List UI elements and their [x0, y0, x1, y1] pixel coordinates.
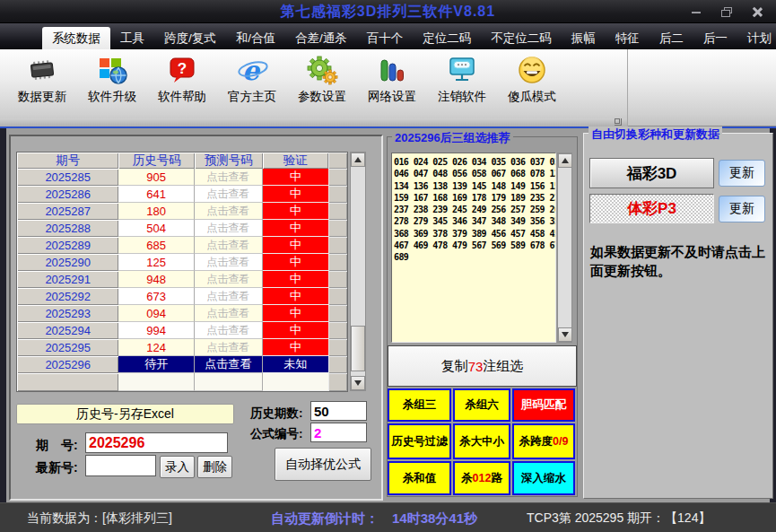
- close-button[interactable]: [751, 5, 763, 18]
- filter-button[interactable]: 深入缩水: [512, 461, 575, 495]
- scroll-down-icon[interactable]: [351, 376, 365, 390]
- ticai-p3-button[interactable]: 体彩P3: [589, 194, 714, 223]
- menu-tab[interactable]: 跨度/复式: [154, 27, 226, 49]
- cell-predict-link[interactable]: 点击查看: [195, 186, 263, 203]
- cell-predict-link[interactable]: 点击查看: [195, 305, 263, 322]
- cell-history-number: 994: [118, 322, 195, 339]
- latest-number-input[interactable]: [85, 455, 156, 476]
- table-row[interactable]: 2025291 948 点击查看 中: [17, 271, 347, 288]
- formula-number-input[interactable]: [310, 423, 367, 442]
- latest-number-label: 最新号:: [36, 460, 78, 476]
- restore-icon: [724, 7, 732, 13]
- official-homepage-button[interactable]: e 官方主页: [217, 53, 287, 116]
- copy-selections-button[interactable]: 复制73注组选: [388, 345, 577, 387]
- cell-period: 2025295: [17, 339, 118, 356]
- numbers-scrollbar[interactable]: [557, 153, 572, 343]
- cell-predict-link[interactable]: [195, 373, 263, 391]
- menu-tab[interactable]: 不定位二码: [481, 27, 562, 49]
- table-row[interactable]: 2025292 673 点击查看 中: [17, 288, 347, 305]
- cell-predict-link[interactable]: 点击查看: [195, 339, 263, 356]
- filter-button[interactable]: 杀跨度0/9: [512, 423, 575, 459]
- update-ticai-button[interactable]: 更新: [719, 196, 765, 222]
- filter-button[interactable]: 杀和值: [388, 461, 451, 495]
- cell-filler: [328, 288, 347, 305]
- minimize-button[interactable]: [690, 5, 702, 18]
- simple-mode-button[interactable]: 傻瓜模式: [497, 53, 567, 116]
- header-predict[interactable]: 预测号码: [195, 153, 263, 169]
- menu-tab[interactable]: 系统数据: [42, 27, 110, 49]
- period-input[interactable]: [85, 432, 228, 453]
- parameter-settings-button[interactable]: 参数设置: [287, 53, 357, 116]
- update-fucai-button[interactable]: 更新: [719, 160, 765, 187]
- menu-tab[interactable]: 特征: [606, 27, 650, 49]
- menu-tab[interactable]: 后一: [693, 27, 737, 49]
- table-row[interactable]: 2025296 待开 点击查看 未知: [17, 356, 347, 373]
- cell-predict-link[interactable]: 点击查看: [195, 220, 263, 237]
- table-row[interactable]: 2025293 094 点击查看 中: [17, 305, 347, 322]
- cell-predict-link[interactable]: 点击查看: [195, 203, 263, 220]
- filter-button[interactable]: 历史号过滤: [388, 423, 451, 459]
- recommend-numbers-box[interactable]: 016 024 025 026 034 035 036 037 038046 0…: [391, 153, 556, 343]
- cell-predict-link[interactable]: 点击查看: [195, 271, 263, 288]
- network-settings-button[interactable]: 网络设置: [357, 53, 427, 116]
- menu-tab[interactable]: 百十个: [357, 27, 414, 49]
- cell-predict-link[interactable]: 点击查看: [195, 322, 263, 339]
- toolbar-expand-icon[interactable]: [615, 118, 622, 126]
- save-excel-button[interactable]: 历史号-另存Excel: [16, 404, 234, 424]
- menu-tab[interactable]: 和/合值: [226, 27, 285, 49]
- menu-tab[interactable]: 定位二码: [413, 27, 481, 49]
- table-row[interactable]: 2025290 125 点击查看 中: [17, 254, 347, 271]
- menu-tab[interactable]: 工具: [110, 27, 154, 49]
- history-table: 期号 历史号码 预测号码 验证 2025285 905 点击查看 中 20252…: [16, 152, 348, 392]
- filter-button[interactable]: 杀012路: [453, 461, 510, 495]
- header-period[interactable]: 期号: [17, 153, 118, 169]
- menu-tab[interactable]: 振幅: [562, 27, 606, 49]
- auto-formula-button[interactable]: 自动择优公式: [275, 448, 371, 481]
- fucai-3d-button[interactable]: 福彩3D: [589, 158, 714, 188]
- cell-filler: [328, 339, 347, 356]
- table-row[interactable]: 2025285 905 点击查看 中: [17, 169, 347, 186]
- table-scrollbar[interactable]: [350, 152, 366, 391]
- titlebar: 第七感福彩3D排列三软件V8.81: [0, 0, 776, 23]
- table-row[interactable]: [17, 373, 347, 391]
- cell-predict-link[interactable]: 点击查看: [195, 169, 263, 186]
- menu-tab[interactable]: 计划: [737, 27, 776, 49]
- cell-predict-link[interactable]: 点击查看: [195, 288, 263, 305]
- history-count-input[interactable]: [310, 401, 367, 421]
- software-upgrade-button[interactable]: 软件升级: [77, 53, 147, 116]
- header-verify[interactable]: 验证: [263, 153, 329, 169]
- table-row[interactable]: 2025289 685 点击查看 中: [17, 237, 347, 254]
- data-update-button[interactable]: 数据更新: [7, 53, 77, 116]
- network-bars-icon: [375, 53, 409, 89]
- logout-software-button[interactable]: 注销软件: [427, 53, 497, 116]
- toolbar-label: 傻瓜模式: [508, 89, 556, 105]
- scroll-down-icon[interactable]: [558, 327, 572, 342]
- table-row[interactable]: 2025286 641 点击查看 中: [17, 186, 347, 203]
- input-record-button[interactable]: 录入: [160, 456, 195, 478]
- restore-button[interactable]: [720, 5, 733, 18]
- filter-button[interactable]: 杀组六: [453, 388, 510, 422]
- cell-period: 2025285: [17, 169, 118, 186]
- software-help-button[interactable]: ? 软件帮助: [147, 53, 217, 116]
- table-row[interactable]: 2025287 180 点击查看 中: [17, 203, 347, 220]
- recommend-number-line: 016 024 025 026 034 035 036 037 038: [394, 156, 555, 168]
- cell-verify-status: 中: [263, 220, 329, 237]
- menu-tab[interactable]: 后二: [650, 27, 693, 49]
- table-row[interactable]: 2025288 504 点击查看 中: [17, 220, 347, 237]
- header-history[interactable]: 历史号码: [118, 153, 195, 169]
- filter-button[interactable]: 杀组三: [388, 388, 451, 422]
- table-row[interactable]: 2025294 994 点击查看 中: [17, 322, 347, 339]
- cell-predict-link[interactable]: 点击查看: [195, 237, 263, 254]
- cell-filler: [328, 203, 347, 220]
- filter-button[interactable]: 胆码匹配: [512, 388, 575, 422]
- delete-button[interactable]: 删除: [197, 456, 232, 478]
- scrollbar-thumb[interactable]: [351, 326, 365, 371]
- table-row[interactable]: 2025295 124 点击查看 中: [17, 339, 347, 356]
- scroll-up-icon[interactable]: [351, 153, 365, 167]
- cell-predict-link[interactable]: 点击查看: [195, 254, 263, 271]
- menu-tab[interactable]: 合差/通杀: [285, 27, 357, 49]
- cell-verify-status: [263, 373, 329, 391]
- cell-predict-link[interactable]: 点击查看: [195, 356, 263, 373]
- scroll-up-icon[interactable]: [558, 153, 572, 168]
- filter-button[interactable]: 杀大中小: [453, 423, 510, 459]
